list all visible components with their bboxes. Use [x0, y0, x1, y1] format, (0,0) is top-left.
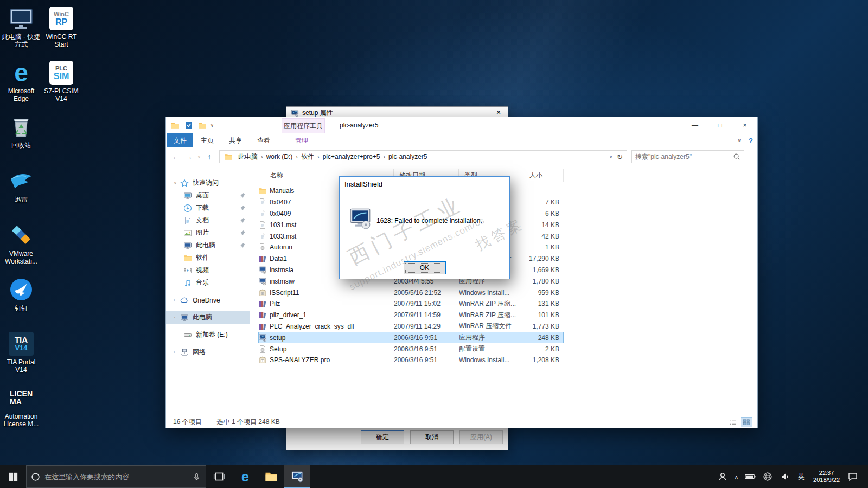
microphone-icon[interactable]	[192, 472, 201, 481]
battery-icon[interactable]	[745, 471, 756, 482]
breadcrumb-work-d[interactable]: work (D:)	[263, 153, 296, 160]
taskbar-file-explorer-button[interactable]	[258, 465, 284, 488]
breadcrumb-plc-analyzer-pro-5[interactable]: plc+analyzer+pro+5	[320, 153, 384, 160]
sidebar-item-label: 新加卷 (E:)	[196, 330, 228, 339]
desktop-icon-this-pc-shortcut[interactable]: 此电脑 - 快捷方式	[1, 2, 41, 56]
desktop-icon-automation-license-manager[interactable]: LICENMAAutomation License M...	[1, 382, 41, 436]
back-icon[interactable]: ←	[169, 152, 182, 161]
file-size: 959 KB	[524, 289, 564, 297]
address-bar[interactable]: 此电脑› work (D:)› 软件› plc+analyzer+pro+5› …	[219, 150, 627, 163]
customize-quick-access-icon[interactable]: ∨	[210, 123, 214, 128]
volume-icon[interactable]	[780, 471, 790, 482]
date: 2018/9/22	[813, 477, 840, 484]
taskbar-search[interactable]	[26, 465, 206, 488]
sidebar-item-onedrive[interactable]: ›OneDrive	[166, 294, 250, 306]
up-icon[interactable]: ↑	[203, 152, 216, 161]
desktop-icon-recycle-bin[interactable]: 回收站	[1, 111, 41, 165]
sidebar-item-network[interactable]: ›网络	[166, 346, 250, 358]
ok-button[interactable]: 确定	[361, 430, 404, 444]
desktop-icon-s7-plcsim-v14[interactable]: PLCSIMS7-PLCSIM V14	[41, 56, 81, 111]
network-icon[interactable]	[762, 471, 773, 482]
refresh-icon[interactable]: ↻	[617, 153, 623, 161]
this-pc-pinned-icon	[183, 241, 192, 250]
file-name-text: 1031.mst	[270, 221, 296, 229]
people-icon[interactable]	[717, 471, 728, 482]
recycle-bin-icon	[8, 114, 34, 140]
cortana-icon	[31, 472, 40, 481]
taskbar-edge-button[interactable]: e	[232, 465, 258, 488]
tab-manage[interactable]: 管理	[288, 133, 316, 147]
sidebar-item-software[interactable]: 软件	[166, 252, 250, 264]
properties-toolbar-icon[interactable]	[184, 121, 193, 130]
large-icons-view-icon[interactable]	[741, 418, 752, 427]
sidebar-item-downloads[interactable]: 下载	[166, 202, 250, 214]
sidebar-item-music[interactable]: 音乐	[166, 277, 250, 289]
sidebar-item-desktop[interactable]: 桌面	[166, 189, 250, 202]
new-folder-toolbar-icon[interactable]	[198, 121, 207, 130]
column-header-size[interactable]: 大小	[524, 169, 564, 182]
tab-share[interactable]: 共享	[221, 133, 250, 147]
sidebar-item-documents[interactable]: 文档	[166, 214, 250, 227]
item-count: 16 个项目	[173, 418, 202, 427]
context-tab-application-tools[interactable]: 应用程序工具	[282, 118, 325, 133]
desktop-icon-thunder[interactable]: 迅雷	[1, 165, 41, 219]
maximize-button[interactable]: □	[707, 117, 732, 133]
desktop-icon-tia-portal-v14[interactable]: TIAV14TIA Portal V14	[1, 328, 41, 382]
file-row-pilz-driver-1[interactable]: pilz_driver_12007/9/11 14:59WinRAR ZIP 压…	[258, 310, 564, 321]
file-row-setup[interactable]: setup2006/3/16 9:51应用程序248 KB	[258, 332, 564, 343]
sidebar-item-this-pc[interactable]: ›此电脑	[166, 311, 250, 324]
apply-button[interactable]: 应用(A)	[459, 430, 503, 444]
action-center-icon[interactable]	[847, 471, 858, 482]
file-date: 2006/3/16 9:51	[394, 345, 459, 353]
file-name-text: Setup	[270, 345, 286, 353]
cancel-button[interactable]: 取消	[410, 430, 454, 444]
desktop-icon-wincc-rt-start[interactable]: WinCRPWinCC RT Start	[41, 2, 81, 56]
address-dropdown-icon[interactable]: ∨	[609, 155, 612, 159]
task-view-button[interactable]	[206, 465, 232, 488]
clock[interactable]: 22:37 2018/9/22	[813, 470, 840, 484]
file-row-setup[interactable]: Setup2006/3/16 9:51配置设置2 KB	[258, 343, 564, 355]
file-size: 131 KB	[524, 300, 564, 307]
desktop-icon-dingtalk[interactable]: 钉钉	[1, 273, 41, 328]
file-name: pilz_driver_1	[258, 311, 394, 319]
expand-ribbon-icon[interactable]: ∨	[737, 138, 741, 143]
tab-file[interactable]: 文件	[167, 133, 193, 147]
breadcrumb-this-pc[interactable]: 此电脑	[235, 152, 261, 162]
close-button[interactable]: ×	[732, 117, 757, 133]
start-button[interactable]	[0, 465, 26, 488]
sidebar-item-label: 此电脑	[193, 313, 212, 322]
tab-home[interactable]: 主页	[193, 133, 221, 147]
file-row-pilz-[interactable]: Pilz_2007/9/11 15:02WinRAR ZIP 压缩...131 …	[258, 298, 564, 310]
file-row-plc-analyzer-crack-sys-dll[interactable]: PLC_Analyzer_crack_sys_dll2007/9/11 14:2…	[258, 321, 564, 332]
minimize-button[interactable]: —	[682, 117, 707, 133]
taskbar-installshield-button[interactable]	[284, 465, 310, 488]
sidebar-item-label: 下载	[196, 203, 209, 213]
desktop: 此电脑 - 快捷方式eMicrosoft Edge回收站迅雷VMware Wor…	[0, 0, 868, 488]
ok-button[interactable]: OK	[404, 261, 446, 274]
breadcrumb-software[interactable]: 软件	[298, 152, 317, 162]
explorer-search-input[interactable]	[632, 153, 733, 160]
desktop-icon-vmware-workstation[interactable]: VMware Workstati...	[1, 219, 41, 273]
sidebar-item-videos[interactable]: 视频	[166, 264, 250, 277]
help-icon[interactable]: ?	[749, 137, 753, 145]
archive-icon	[258, 311, 267, 319]
sidebar-item-pictures[interactable]: 图片	[166, 227, 250, 239]
forward-icon[interactable]: →	[182, 152, 195, 161]
desktop-icon-microsoft-edge[interactable]: eMicrosoft Edge	[1, 56, 41, 111]
file-row-isscript11[interactable]: ISScript112005/5/16 21:52Windows Install…	[258, 287, 564, 298]
ime-indicator[interactable]: 英	[798, 472, 805, 481]
sidebar-item-label: 音乐	[196, 278, 209, 287]
network-icon	[180, 348, 189, 357]
explorer-titlebar: ∨ 应用程序工具 plc-analyzer5 — □ ×	[166, 117, 757, 133]
details-view-icon[interactable]	[727, 418, 738, 427]
hidden-icons-icon[interactable]: ∧	[735, 471, 738, 482]
sidebar-item-this-pc-pinned[interactable]: 此电脑	[166, 239, 250, 252]
sidebar-item-quick-access[interactable]: ∨快速访问	[166, 177, 250, 189]
sidebar-item-new-volume-e[interactable]: 新加卷 (E:)	[166, 329, 250, 341]
file-row-sps-analyzer-pro[interactable]: SPS-ANALYZER pro2006/3/16 9:51Windows In…	[258, 355, 564, 366]
tab-view[interactable]: 查看	[250, 133, 278, 147]
breadcrumb-plc-analyzer5[interactable]: plc-analyzer5	[385, 153, 430, 160]
show-desktop-button[interactable]	[865, 465, 868, 488]
recent-locations-icon[interactable]: ∨	[195, 155, 203, 159]
taskbar-search-input[interactable]	[44, 473, 188, 481]
